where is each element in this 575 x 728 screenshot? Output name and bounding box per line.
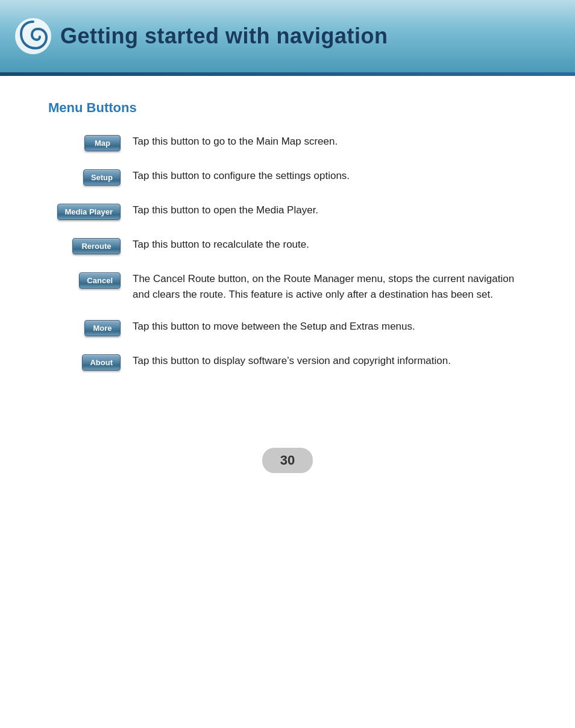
menu-row: MapTap this button to go to the Main Map… xyxy=(48,134,527,151)
button-column: Media Player xyxy=(48,202,133,220)
menu-button-about[interactable]: About xyxy=(82,354,121,371)
page-number-container: 30 xyxy=(0,448,575,473)
menu-row: MoreTap this button to move between the … xyxy=(48,319,527,336)
menu-description: Tap this button to recalculate the route… xyxy=(133,237,527,253)
menu-row: Media PlayerTap this button to open the … xyxy=(48,202,527,220)
button-column: About xyxy=(48,353,133,371)
menu-button-setup[interactable]: Setup xyxy=(83,169,121,186)
button-column: Setup xyxy=(48,168,133,186)
button-column: More xyxy=(48,319,133,336)
page-number: 30 xyxy=(262,448,313,473)
menu-row: CancelThe Cancel Route button, on the Ro… xyxy=(48,271,527,302)
menu-button-cancel[interactable]: Cancel xyxy=(79,272,121,289)
menu-description: Tap this button to configure the setting… xyxy=(133,168,527,184)
menu-row: AboutTap this button to display software… xyxy=(48,353,527,371)
menu-row: SetupTap this button to configure the se… xyxy=(48,168,527,186)
menu-row: RerouteTap this button to recalculate th… xyxy=(48,237,527,254)
menu-buttons-list: MapTap this button to go to the Main Map… xyxy=(48,134,527,371)
menu-description: Tap this button to move between the Setu… xyxy=(133,319,527,334)
menu-description: Tap this button to go to the Main Map sc… xyxy=(133,134,527,149)
header-icon xyxy=(12,9,54,63)
button-column: Reroute xyxy=(48,237,133,254)
menu-button-map[interactable]: Map xyxy=(84,135,121,151)
menu-description: Tap this button to display software’s ve… xyxy=(133,353,527,369)
main-content: Menu Buttons MapTap this button to go to… xyxy=(0,76,575,412)
button-column: Map xyxy=(48,134,133,151)
section-title: Menu Buttons xyxy=(48,100,527,116)
menu-button-media-player[interactable]: Media Player xyxy=(57,204,121,220)
page-title: Getting started with navigation xyxy=(60,24,388,49)
menu-button-reroute[interactable]: Reroute xyxy=(72,238,121,254)
menu-description: Tap this button to open the Media Player… xyxy=(133,202,527,218)
page-header: Getting started with navigation xyxy=(0,0,575,72)
menu-description: The Cancel Route button, on the Route Ma… xyxy=(133,271,527,302)
menu-button-more[interactable]: More xyxy=(84,320,121,336)
button-column: Cancel xyxy=(48,271,133,289)
